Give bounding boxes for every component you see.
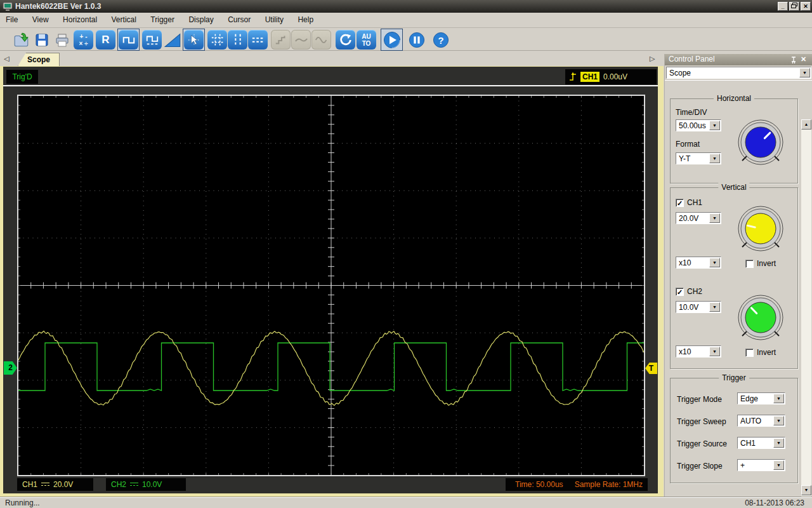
control-panel: Control Panel ✕ Scope ▼ Horizontal Time/… [664, 54, 812, 497]
reference-icon: R [102, 36, 109, 43]
ch1-position-knob[interactable] [734, 202, 787, 255]
status-text: Running... [5, 498, 40, 507]
tab-scroll-left-icon[interactable]: ◁ [4, 55, 9, 62]
control-panel-content: Horizontal Time/DIV 50.00us ▼ Format Y-T… [665, 80, 812, 497]
menu-help[interactable]: Help [292, 13, 319, 27]
vertical-cursors-icon [231, 33, 245, 47]
trigger-level-marker[interactable]: T [645, 363, 657, 374]
chevron-down-icon[interactable]: ▼ [773, 438, 784, 448]
horizontal-cursors-button[interactable] [248, 30, 268, 50]
titlebar: Hantek6022BE Ver 1.0.3 _ ✕ [0, 0, 812, 13]
refresh-button[interactable] [336, 30, 355, 50]
reference-button[interactable]: R [96, 30, 115, 50]
menu-view[interactable]: View [27, 13, 55, 27]
trigger-readout: CH1 0.00uV [565, 69, 657, 84]
menu-horizontal[interactable]: Horizontal [57, 13, 103, 27]
trigger-mode-dropdown[interactable]: Edge ▼ [737, 392, 785, 404]
help-button[interactable]: ? [431, 30, 450, 50]
open-button[interactable] [11, 30, 31, 50]
menu-vertical[interactable]: Vertical [106, 13, 142, 27]
menu-trigger[interactable]: Trigger [145, 13, 180, 27]
refresh-icon [339, 33, 353, 47]
trigger-level-value: 0.00uV [603, 72, 627, 81]
tab-scroll-right-icon[interactable]: ▷ [650, 55, 655, 62]
smooth-wave-icon [294, 33, 308, 47]
dc-coupling-icon [130, 482, 138, 487]
chevron-down-icon[interactable]: ▼ [709, 347, 720, 356]
restore-button[interactable] [789, 2, 799, 11]
open-icon [13, 32, 30, 48]
trigger-slope-icon [569, 71, 577, 83]
horizontal-knob[interactable] [734, 116, 787, 169]
ch1-probe-dropdown[interactable]: x10 ▼ [676, 257, 721, 269]
ch1-volt-div-dropdown[interactable]: 20.0V ▼ [676, 212, 721, 224]
scope-grid [17, 95, 645, 476]
chevron-down-icon[interactable]: ▼ [773, 416, 784, 425]
chevron-down-icon[interactable]: ▼ [799, 68, 810, 77]
sine-wave-icon [315, 33, 329, 47]
math-icon: + - [80, 33, 88, 40]
pin-icon[interactable] [790, 55, 799, 67]
vertical-cursors-button[interactable] [228, 30, 247, 50]
trigger-slope-dropdown[interactable]: + ▼ [737, 459, 785, 471]
pause-button[interactable] [407, 30, 426, 50]
autoset-button[interactable]: AU TO [357, 30, 376, 50]
trigger-channel-chip: CH1 [580, 72, 599, 82]
chevron-down-icon[interactable]: ▼ [709, 302, 720, 312]
menu-display[interactable]: Display [183, 13, 219, 27]
tab-scope[interactable]: Scope [18, 53, 60, 66]
ch2-volt-div-dropdown[interactable]: 10.0V ▼ [676, 301, 721, 313]
cursor-button[interactable] [183, 29, 205, 51]
ch2-readout: CH2 10.0V [106, 478, 186, 491]
chevron-down-icon[interactable]: ▼ [709, 154, 720, 163]
chevron-down-icon[interactable]: ▼ [709, 258, 720, 267]
step-wave-icon [274, 33, 288, 47]
menu-cursor[interactable]: Cursor [222, 13, 256, 27]
math-button[interactable]: + - × ÷ [74, 30, 93, 50]
menubar: File View Horizontal Vertical Trigger Di… [0, 13, 812, 28]
save-icon [34, 32, 49, 48]
cross-cursor-button[interactable] [207, 30, 227, 50]
channel1-waveform-button[interactable] [117, 29, 140, 51]
ch2-invert-checkbox[interactable]: Invert [745, 348, 776, 357]
pulse-ch2-icon [145, 33, 159, 47]
ramp-button[interactable] [162, 30, 182, 50]
sine-wave-button[interactable] [311, 30, 331, 50]
save-button[interactable] [32, 30, 51, 50]
trigger-source-dropdown[interactable]: CH1 ▼ [737, 437, 785, 449]
minimize-button[interactable]: _ [778, 2, 788, 11]
menu-utility[interactable]: Utility [259, 13, 289, 27]
autoset-icon: AU [362, 33, 370, 40]
chevron-down-icon[interactable]: ▼ [709, 213, 720, 223]
step-wave-button[interactable] [271, 30, 291, 50]
ch1-enable-checkbox[interactable]: ✓ CH1 [676, 198, 702, 207]
channel2-waveform-button[interactable] [142, 30, 162, 50]
play-icon [383, 31, 401, 49]
print-button[interactable] [52, 30, 72, 50]
chevron-down-icon[interactable]: ▼ [773, 460, 784, 470]
menu-file[interactable]: File [0, 13, 23, 27]
vertical-group: Vertical ✓ CH1 20.0V ▼ x10 ▼ [670, 187, 798, 369]
chevron-down-icon[interactable]: ▼ [773, 394, 784, 403]
ch2-position-marker[interactable]: 2 [4, 361, 17, 375]
scope-panel: Trig'D CH1 0.00uV 2 T CH1 20.0V CH2 10.0… [3, 67, 658, 493]
start-button[interactable] [381, 29, 403, 51]
close-button[interactable]: ✕ [801, 2, 811, 11]
scroll-down-icon[interactable]: ▼ [801, 485, 811, 495]
pulse-ch1-icon [122, 33, 136, 47]
status-bar: Running... 08-11-2013 06:23 [0, 497, 812, 508]
time-div-dropdown[interactable]: 50.00us ▼ [676, 119, 721, 131]
panel-selector-dropdown[interactable]: Scope ▼ [666, 67, 811, 79]
format-dropdown[interactable]: Y-T ▼ [676, 152, 721, 164]
ch2-position-knob[interactable] [734, 291, 787, 344]
scroll-up-icon[interactable]: ▲ [801, 119, 811, 130]
ch2-enable-checkbox[interactable]: ✓ CH2 [676, 287, 702, 296]
chevron-down-icon[interactable]: ▼ [709, 121, 720, 130]
ch1-invert-checkbox[interactable]: Invert [745, 259, 776, 268]
trigger-sweep-dropdown[interactable]: AUTO ▼ [737, 415, 785, 427]
panel-close-icon[interactable]: ✕ [801, 55, 809, 64]
smooth-wave-button[interactable] [291, 30, 311, 50]
ch2-probe-dropdown[interactable]: x10 ▼ [676, 345, 721, 358]
scrollbar-track[interactable] [801, 130, 811, 508]
restore-icon [791, 3, 797, 8]
